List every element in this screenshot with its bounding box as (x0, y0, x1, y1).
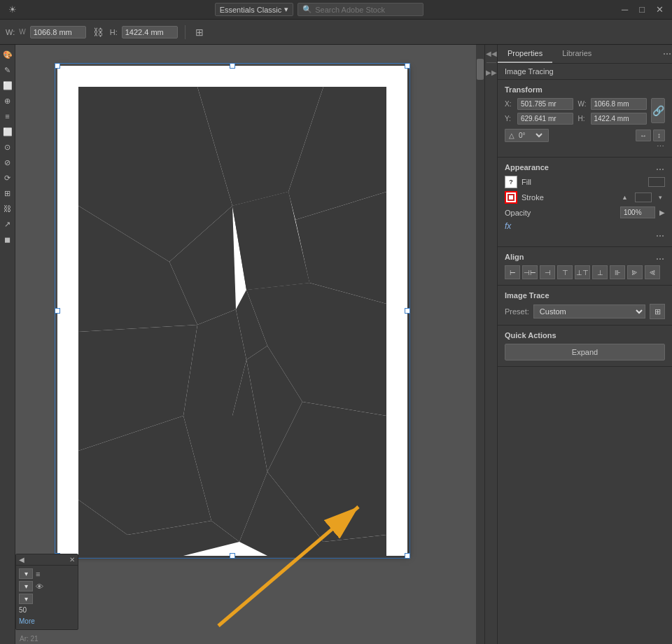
panel-tabs: Properties Libraries ⋯ (498, 45, 672, 64)
left-icon-box[interactable]: ⬜ (1, 125, 15, 139)
handle-tr[interactable] (405, 63, 410, 69)
flip-h-icon[interactable]: ↔ (636, 130, 651, 141)
tab-libraries[interactable]: Libraries (552, 45, 601, 63)
r-icon-expand[interactable]: ▶▶ (486, 66, 497, 78)
w-input-t[interactable] (591, 98, 647, 110)
w-label-t: W: (578, 100, 588, 108)
left-icon-link[interactable]: ⛓ (1, 202, 15, 216)
appearance-dots2[interactable]: ⋯ (656, 231, 665, 241)
angle-icon: △ (509, 132, 514, 139)
h-label: H: (110, 28, 118, 36)
left-icon-brush[interactable]: ✎ (1, 63, 15, 77)
panel-list-icon: ≡ (36, 570, 40, 578)
align-center-h[interactable]: ⊣⊢ (522, 265, 538, 279)
distribute-right[interactable]: ⫷ (645, 265, 660, 279)
flip-v-icon[interactable]: ↕ (653, 130, 665, 141)
main-layout: 🎨 ✎ ⬜ ⊕ ≡ ⬜ ⊙ ⊘ ⟳ ⊞ ⛓ ↗ ◼ (0, 45, 672, 644)
chain-link-icon[interactable]: ⛓ (90, 25, 106, 39)
panel-dropdown-1[interactable]: ▾ (19, 568, 33, 579)
fill-color-box[interactable] (648, 177, 665, 187)
x-input[interactable] (517, 98, 573, 110)
tab-properties[interactable]: Properties (498, 45, 552, 63)
w-icon: W (19, 28, 25, 36)
align-right-edge[interactable]: ⊣ (540, 265, 555, 279)
link-dimensions-button[interactable]: 🔗 (651, 98, 665, 123)
handle-ml[interactable] (55, 308, 60, 314)
r-icon-collapse[interactable]: ◀◀ (486, 48, 497, 59)
toolbar: W: W ⛓ H: ⊞ (0, 20, 672, 45)
artboard-container (57, 66, 407, 556)
distribute-left[interactable]: ⊪ (610, 265, 625, 279)
panel-menu-dots[interactable]: ⋯ (663, 45, 672, 63)
v-scrollbar[interactable] (476, 45, 484, 644)
handle-tl[interactable] (55, 63, 60, 69)
search-bar[interactable]: 🔍 (298, 3, 424, 16)
left-icon-color[interactable]: 🎨 (1, 48, 15, 62)
transform-more-dots[interactable]: ⋯ (657, 142, 665, 151)
angle-select[interactable]: 0° 90° 180° (516, 131, 545, 140)
handle-mr[interactable] (405, 308, 410, 314)
transform-icons-row: △ 0° 90° 180° ↔ ↕ (505, 129, 665, 142)
grid-icon[interactable]: ⊞ (192, 25, 206, 39)
panel-value-row: 50 (19, 606, 75, 614)
preset-select[interactable]: Custom Default High Fidelity Photo Low F… (533, 304, 645, 318)
align-title: Align (505, 253, 524, 261)
align-more-dots[interactable]: ⋯ (656, 254, 665, 264)
appearance-title: Appearance (505, 163, 549, 172)
left-icon-export[interactable]: ↗ (1, 217, 15, 231)
bottom-panel-content: ▾ ≡ ▾ 👁 ▾ 50 More (16, 566, 78, 629)
stroke-color-box[interactable] (635, 192, 652, 202)
handle-br[interactable] (405, 553, 410, 559)
panel-dropdown-3[interactable]: ▾ (19, 594, 33, 604)
artboard[interactable] (57, 66, 407, 556)
image-trace-title: Image Trace (505, 291, 665, 300)
handle-bc[interactable] (230, 553, 235, 559)
left-icon-circle[interactable]: ⊙ (1, 140, 15, 154)
minimize-button[interactable]: ─ (619, 3, 631, 16)
panel-dropdown-2[interactable]: ▾ (19, 581, 33, 592)
left-icons-bar: 🎨 ✎ ⬜ ⊕ ≡ ⬜ ⊙ ⊘ ⟳ ⊞ ⛓ ↗ ◼ (0, 45, 15, 644)
stroke-row: Stroke ▲ ▾ (505, 191, 665, 204)
artwork-svg (57, 66, 407, 556)
left-icon-gradient[interactable]: ⬜ (1, 78, 15, 92)
align-left-edge[interactable]: ⊢ (505, 265, 520, 279)
angle-field[interactable]: △ 0° 90° 180° (505, 129, 549, 142)
fx-button[interactable]: fx (505, 221, 511, 231)
y-input[interactable] (517, 113, 573, 125)
distribute-center-h[interactable]: ⫸ (627, 265, 643, 279)
expand-button[interactable]: Expand (505, 344, 665, 360)
h-input-t[interactable] (591, 113, 647, 125)
w-input[interactable] (30, 26, 86, 38)
w-label: W: (6, 28, 15, 36)
left-icon-grid2[interactable]: ≡ (1, 109, 15, 123)
more-link[interactable]: More (19, 616, 75, 626)
bottom-panel-close[interactable]: ✕ (69, 556, 75, 564)
search-input[interactable] (315, 6, 406, 14)
left-icon-layers[interactable]: ◼ (1, 232, 15, 246)
h-input[interactable] (122, 26, 178, 38)
close-button[interactable]: ✕ (653, 3, 666, 16)
stroke-up-arrow[interactable]: ▲ (619, 192, 631, 202)
align-bottom-edge[interactable]: ⊥ (592, 265, 608, 279)
handle-tc[interactable] (230, 63, 235, 69)
left-icon-align[interactable]: ⊞ (1, 186, 15, 200)
light-icon[interactable]: ☀ (6, 3, 20, 16)
align-section: Align ⋯ ⊢ ⊣⊢ ⊣ ⊤ ⊥⊤ ⊥ ⊪ ⫸ ⫷ (498, 247, 672, 286)
stroke-chevron[interactable]: ▾ (656, 192, 665, 202)
left-icon-pattern[interactable]: ⊕ (1, 94, 15, 108)
opacity-more-arrow[interactable]: ▶ (659, 209, 665, 216)
align-top-edge[interactable]: ⊤ (557, 265, 573, 279)
left-icon-warp[interactable]: ⊘ (1, 155, 15, 169)
fill-row: ? Fill (505, 176, 665, 188)
workspace-selector[interactable]: Essentials Classic ▾ (215, 3, 294, 16)
bottom-panel-collapse[interactable]: ◀ (19, 556, 24, 564)
right-icons-bar: ◀◀ ▶▶ (484, 45, 497, 644)
align-center-v[interactable]: ⊥⊤ (575, 265, 590, 279)
maximize-button[interactable]: □ (636, 3, 648, 16)
left-icon-transform[interactable]: ⟳ (1, 171, 15, 185)
appearance-more-dots[interactable]: ⋯ (656, 164, 665, 174)
preset-settings-button[interactable]: ⊞ (650, 304, 665, 319)
opacity-input[interactable] (620, 206, 655, 218)
panel-value-50: 50 (19, 606, 27, 614)
artboard-count: 21 (31, 635, 38, 643)
